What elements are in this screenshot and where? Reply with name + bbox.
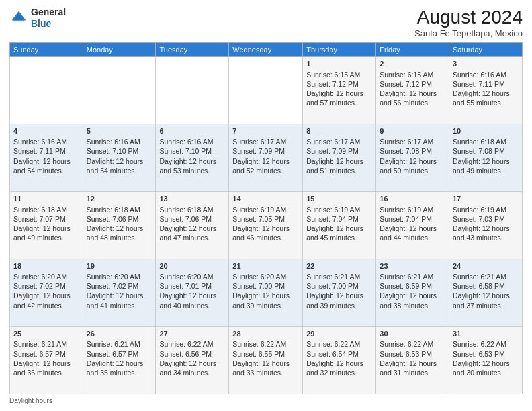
day-number: 17 [453, 194, 519, 204]
day-number: 15 [306, 194, 372, 204]
day-info-line: Sunset: 6:58 PM [453, 281, 519, 291]
day-info-line: Sunrise: 6:22 AM [453, 339, 519, 349]
day-info-line: Sunrise: 6:17 AM [232, 137, 299, 146]
day-info-line: Daylight: 12 hours and 43 minutes. [453, 224, 519, 242]
calendar-cell: 3Sunrise: 6:16 AMSunset: 7:11 PMDaylight… [449, 57, 523, 124]
day-info-line: Daylight: 12 hours and 31 minutes. [380, 359, 445, 377]
day-info-line: Sunrise: 6:19 AM [453, 205, 519, 214]
day-info-line: Daylight: 12 hours and 32 minutes. [306, 359, 372, 377]
day-info-line: Sunrise: 6:19 AM [306, 205, 372, 214]
day-info-line: Daylight: 12 hours and 38 minutes. [380, 291, 445, 310]
calendar-cell [229, 57, 303, 124]
day-info-line: Daylight: 12 hours and 33 minutes. [232, 359, 299, 377]
week-row-3: 11Sunrise: 6:18 AMSunset: 7:07 PMDayligh… [10, 191, 523, 259]
day-info-line: Daylight: 12 hours and 54 minutes. [87, 156, 152, 175]
day-info-line: Sunrise: 6:17 AM [380, 137, 445, 146]
calendar-cell: 11Sunrise: 6:18 AMSunset: 7:07 PMDayligh… [10, 191, 83, 259]
day-number: 13 [159, 194, 225, 204]
calendar-cell: 30Sunrise: 6:22 AMSunset: 6:53 PMDayligh… [376, 326, 449, 394]
day-number: 12 [87, 194, 152, 204]
day-info-line: Daylight: 12 hours and 57 minutes. [306, 89, 372, 107]
week-row-2: 4Sunrise: 6:16 AMSunset: 7:11 PMDaylight… [10, 124, 523, 191]
day-number: 5 [87, 126, 152, 136]
calendar-cell: 16Sunrise: 6:19 AMSunset: 7:04 PMDayligh… [376, 191, 449, 259]
day-number: 1 [306, 59, 372, 69]
day-number: 22 [306, 261, 372, 271]
calendar-cell: 19Sunrise: 6:20 AMSunset: 7:02 PMDayligh… [83, 259, 156, 326]
day-info-line: Sunset: 7:12 PM [306, 79, 372, 89]
day-number: 18 [13, 261, 79, 271]
calendar-cell [10, 57, 83, 124]
day-info-line: Sunrise: 6:22 AM [306, 339, 372, 349]
day-info-line: Daylight: 12 hours and 44 minutes. [380, 224, 445, 242]
week-row-5: 25Sunrise: 6:21 AMSunset: 6:57 PMDayligh… [10, 326, 523, 394]
calendar-body: 1Sunrise: 6:15 AMSunset: 7:12 PMDaylight… [10, 57, 523, 394]
day-info-line: Daylight: 12 hours and 53 minutes. [159, 156, 225, 175]
day-number: 3 [453, 59, 519, 69]
day-info-line: Sunset: 7:03 PM [453, 214, 519, 224]
calendar-cell: 25Sunrise: 6:21 AMSunset: 6:57 PMDayligh… [10, 326, 83, 394]
day-info-line: Daylight: 12 hours and 52 minutes. [232, 156, 299, 175]
day-info-line: Sunset: 7:06 PM [87, 214, 152, 224]
day-info-line: Sunset: 7:10 PM [159, 146, 225, 156]
day-info-line: Sunset: 7:11 PM [13, 146, 79, 156]
day-info-line: Sunrise: 6:20 AM [159, 272, 225, 281]
calendar-table: SundayMondayTuesdayWednesdayThursdayFrid… [9, 42, 523, 394]
calendar-cell: 1Sunrise: 6:15 AMSunset: 7:12 PMDaylight… [303, 57, 376, 124]
day-info-line: Sunrise: 6:22 AM [159, 339, 225, 349]
day-info-line: Daylight: 12 hours and 34 minutes. [159, 359, 225, 377]
day-number: 8 [306, 126, 372, 136]
day-number: 20 [159, 261, 225, 271]
day-info-line: Sunrise: 6:16 AM [159, 137, 225, 146]
day-info-line: Sunset: 7:08 PM [453, 146, 519, 156]
day-info-line: Sunset: 7:06 PM [159, 214, 225, 224]
header-day-sunday: Sunday [10, 43, 83, 57]
day-info-line: Daylight: 12 hours and 36 minutes. [13, 359, 79, 377]
logo-general: General [31, 7, 66, 17]
day-info-line: Daylight: 12 hours and 39 minutes. [232, 291, 299, 310]
day-info-line: Sunset: 7:02 PM [13, 281, 79, 291]
calendar-cell: 13Sunrise: 6:18 AMSunset: 7:06 PMDayligh… [156, 191, 229, 259]
day-info-line: Sunrise: 6:21 AM [13, 339, 79, 349]
day-info-line: Sunset: 7:00 PM [306, 281, 372, 291]
day-info-line: Daylight: 12 hours and 49 minutes. [13, 224, 79, 242]
calendar-cell: 23Sunrise: 6:21 AMSunset: 6:59 PMDayligh… [376, 259, 449, 326]
logo: General Blue [9, 7, 66, 30]
day-number: 24 [453, 261, 519, 271]
calendar-cell [83, 57, 156, 124]
day-info-line: Sunrise: 6:21 AM [453, 272, 519, 281]
day-info-line: Sunrise: 6:21 AM [380, 272, 445, 281]
week-row-4: 18Sunrise: 6:20 AMSunset: 7:02 PMDayligh… [10, 259, 523, 326]
calendar-cell: 8Sunrise: 6:17 AMSunset: 7:09 PMDaylight… [303, 124, 376, 191]
day-number: 2 [380, 59, 445, 69]
day-info-line: Sunrise: 6:21 AM [306, 272, 372, 281]
day-info-line: Sunset: 6:53 PM [380, 349, 445, 359]
day-number: 29 [306, 329, 372, 339]
day-number: 10 [453, 126, 519, 136]
header-day-saturday: Saturday [449, 43, 523, 57]
day-info-line: Daylight: 12 hours and 45 minutes. [306, 224, 372, 242]
calendar-header: SundayMondayTuesdayWednesdayThursdayFrid… [10, 43, 523, 57]
day-number: 6 [159, 126, 225, 136]
calendar-cell: 27Sunrise: 6:22 AMSunset: 6:56 PMDayligh… [156, 326, 229, 394]
day-info-line: Sunset: 7:05 PM [232, 214, 299, 224]
header-day-friday: Friday [376, 43, 449, 57]
day-info-line: Daylight: 12 hours and 55 minutes. [453, 89, 519, 107]
day-info-line: Sunrise: 6:21 AM [87, 339, 152, 349]
calendar-cell: 29Sunrise: 6:22 AMSunset: 6:54 PMDayligh… [303, 326, 376, 394]
day-number: 28 [232, 329, 299, 339]
day-info-line: Daylight: 12 hours and 47 minutes. [159, 224, 225, 242]
logo-blue: Blue [31, 18, 51, 29]
header-day-wednesday: Wednesday [229, 43, 303, 57]
day-info-line: Sunset: 7:08 PM [380, 146, 445, 156]
header: General Blue August 2024 Santa Fe Tepetl… [9, 7, 523, 38]
day-info-line: Daylight: 12 hours and 49 minutes. [453, 156, 519, 175]
day-info-line: Daylight: 12 hours and 42 minutes. [13, 291, 79, 310]
day-number: 27 [159, 329, 225, 339]
calendar-cell: 12Sunrise: 6:18 AMSunset: 7:06 PMDayligh… [83, 191, 156, 259]
week-row-1: 1Sunrise: 6:15 AMSunset: 7:12 PMDaylight… [10, 57, 523, 124]
calendar-cell: 14Sunrise: 6:19 AMSunset: 7:05 PMDayligh… [229, 191, 303, 259]
day-info-line: Sunset: 6:53 PM [453, 349, 519, 359]
day-info-line: Sunrise: 6:16 AM [87, 137, 152, 146]
header-day-thursday: Thursday [303, 43, 376, 57]
